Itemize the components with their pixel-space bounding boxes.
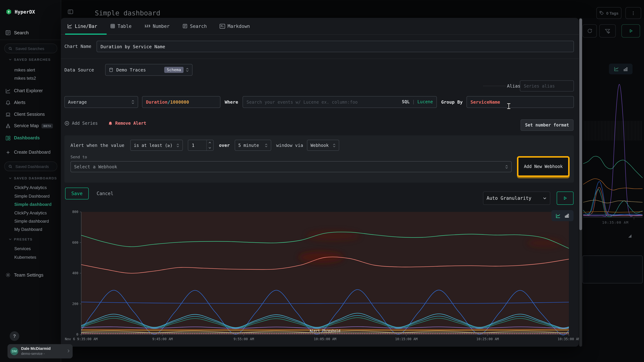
svg-text:10:35:00 AM: 10:35:00 AM <box>558 337 579 341</box>
saved-searches-input[interactable] <box>15 46 52 51</box>
sidebar-item-alerts[interactable]: Alerts <box>0 99 61 107</box>
group-by-input[interactable]: ServiceName <box>466 96 574 108</box>
sidebar-item-label: Search <box>14 30 28 35</box>
tags-button[interactable]: 0 Tags <box>596 7 622 19</box>
line-chart-icon[interactable] <box>556 213 561 218</box>
sql-toggle[interactable]: SQL <box>402 99 410 104</box>
background-chart-type-toggle[interactable] <box>609 64 632 74</box>
user-name: Dale McDiarmid <box>21 346 51 351</box>
saved-dashboards-search[interactable] <box>4 162 57 171</box>
tab-search[interactable]: Search <box>182 23 207 29</box>
alert-window-select[interactable]: 5 minute <box>235 140 271 151</box>
tab-number[interactable]: 123 Number <box>144 23 170 29</box>
chevron-updown-icon <box>186 68 189 72</box>
background-empty-panel <box>582 255 642 283</box>
spinner-down-icon[interactable] <box>208 146 212 149</box>
filter-button[interactable] <box>599 24 616 37</box>
bar-chart-icon[interactable] <box>564 213 569 218</box>
app-root: Simple dashboard 0 Tags 10:35:00 AM Hype… <box>0 0 644 362</box>
alias-label: Alias <box>507 80 520 91</box>
sidebar-item-search[interactable]: Search <box>0 29 61 36</box>
search-doc-icon <box>182 23 188 29</box>
sidebar-item-service-map[interactable]: Service Map BETA <box>0 122 61 130</box>
chevron-down-icon <box>8 177 12 180</box>
lucene-toggle[interactable]: Lucene <box>417 99 433 104</box>
bell-filled-icon <box>108 121 113 126</box>
avatar: DM <box>10 347 18 355</box>
field-token: / <box>168 99 170 105</box>
add-new-webhook-button[interactable]: Add New Webhook <box>524 164 563 169</box>
chart-name-label: Chart Name <box>64 41 92 52</box>
sidebar-item-client-sessions[interactable]: Client Sessions <box>0 110 61 118</box>
presets-header[interactable]: PRESETS <box>8 237 32 241</box>
page-title: Simple dashboard <box>95 9 160 17</box>
bar-chart-icon[interactable] <box>623 67 628 71</box>
saved-dashboards-header[interactable]: SAVED DASHBOARDS <box>8 176 57 180</box>
refresh-button[interactable] <box>582 24 597 37</box>
alert-threshold-input[interactable] <box>188 140 211 151</box>
via-label: window via <box>276 140 303 151</box>
chart-name-input[interactable] <box>96 41 574 52</box>
tab-markdown[interactable]: M↓ Markdown <box>220 23 250 29</box>
alias-input[interactable] <box>520 80 574 91</box>
cancel-button[interactable]: Cancel <box>96 187 114 199</box>
sidebar-item-chart-explorer[interactable]: Chart Explorer <box>0 87 61 95</box>
alert-condition-select[interactable]: is at least (≥) <box>130 140 183 151</box>
divider <box>0 40 61 40</box>
tab-line-bar[interactable]: Line/Bar <box>67 23 97 29</box>
sidebar-item-dashboards[interactable]: Dashboards <box>0 134 61 142</box>
spinner-up-icon[interactable] <box>208 141 212 144</box>
alert-threshold-input-wrap <box>188 140 214 151</box>
chevron-updown-icon <box>333 143 336 147</box>
data-source-select[interactable]: Demo Traces Schema <box>105 64 192 76</box>
sidebar-collapse-icon[interactable] <box>68 9 73 15</box>
background-dashboard-chart: 10:35:00 AM <box>582 60 644 227</box>
tab-table[interactable]: Table <box>110 23 132 29</box>
saved-searches-search[interactable] <box>4 44 57 53</box>
saved-searches-header[interactable]: SAVED SEARCHES <box>8 57 51 61</box>
events-search-input[interactable] <box>243 96 404 108</box>
chart-editor-modal: Line/Bar Table 123 Number Search M↓ Mark… <box>61 18 579 347</box>
svg-text:9:55:00 AM: 9:55:00 AM <box>234 337 254 341</box>
chart-type-toggle[interactable] <box>551 210 574 221</box>
saved-dashboards-input[interactable] <box>15 164 52 169</box>
divider <box>61 59 579 59</box>
aggregation-select[interactable]: Average <box>64 96 138 108</box>
line-chart-icon[interactable] <box>614 66 619 71</box>
toggle-divider: | <box>412 99 415 104</box>
hyperdx-logo-icon <box>6 8 12 15</box>
chevron-down-icon <box>8 238 12 241</box>
tab-bar: Line/Bar Table 123 Number Search M↓ Mark… <box>61 18 579 35</box>
granularity-select[interactable]: Auto Granularity <box>483 191 550 205</box>
resize-corner-icon[interactable] <box>628 234 632 238</box>
sidebar-item-team-settings[interactable]: Team Settings <box>0 271 61 279</box>
run-chart-button[interactable] <box>557 191 574 205</box>
data-source-value: Demo Traces <box>116 67 146 73</box>
database-icon <box>109 68 114 72</box>
spinner-divider <box>206 140 207 151</box>
kebab-menu-button[interactable] <box>626 7 641 19</box>
svg-text:600: 600 <box>72 240 78 244</box>
tag-icon <box>600 11 604 15</box>
add-series-button[interactable]: Add Series <box>64 121 98 126</box>
magnifier-icon <box>8 164 12 169</box>
create-dashboard-button[interactable]: Create Dashboard <box>0 148 61 156</box>
help-button[interactable]: ? <box>10 331 19 341</box>
webhook-select[interactable]: Select a Webhook <box>70 161 512 172</box>
save-button[interactable]: Save <box>65 187 89 199</box>
modal-scrollbar-thumb[interactable] <box>579 18 582 230</box>
dashboard-grid-icon <box>5 135 11 141</box>
run-query-button-background[interactable] <box>622 24 640 37</box>
alert-channel-select[interactable]: Webhook <box>307 140 339 151</box>
svg-text:10:15:00 AM: 10:15:00 AM <box>395 337 418 341</box>
svg-text:10:35:00 AM: 10:35:00 AM <box>602 220 628 224</box>
gear-icon <box>5 272 11 278</box>
plus-icon <box>5 149 11 155</box>
preview-chart: 0200400600800Nov 6 9:35:00 AM9:45:00 AM9… <box>61 207 579 344</box>
remove-alert-button[interactable]: Remove Alert <box>108 121 146 126</box>
user-chip[interactable]: DM Dale McDiarmid demo-service - <box>8 344 73 359</box>
set-number-format-button[interactable]: Set number format <box>520 119 574 131</box>
field-token: Duration <box>146 99 168 105</box>
field-expression-input[interactable]: Duration/1000000 <box>142 96 220 108</box>
brand[interactable]: HyperDX <box>6 8 35 15</box>
